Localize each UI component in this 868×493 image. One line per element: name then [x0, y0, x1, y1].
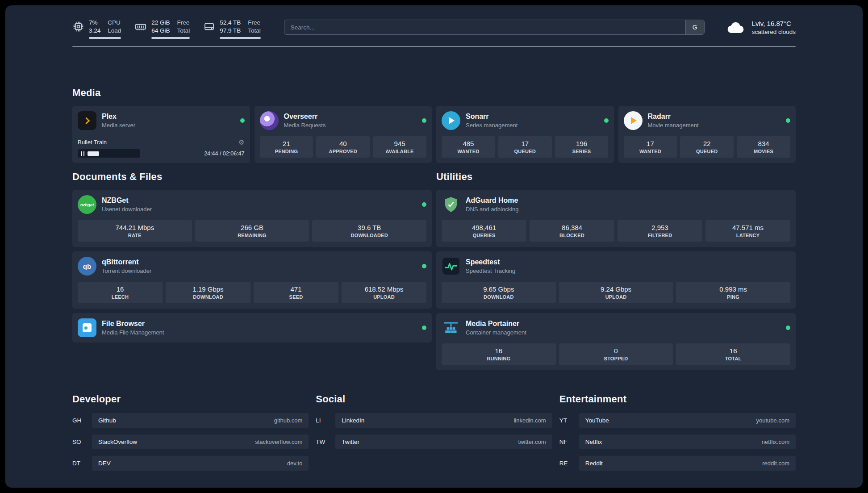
- memory-free-label: Free: [177, 19, 190, 27]
- topbar-divider: [72, 46, 796, 47]
- service-name: Plex: [102, 113, 135, 121]
- portainer-crane-icon: [442, 318, 460, 337]
- bookmark-github[interactable]: GH Githubgithub.com: [72, 413, 309, 428]
- disk-free-value: 52.4 TB: [220, 19, 241, 27]
- service-subtitle: Container management: [466, 329, 526, 336]
- bookmark-url: twitter.com: [518, 439, 546, 445]
- playback-time: 24:44 / 02:06:47: [204, 150, 244, 157]
- stat-tile: 40APPROVED: [316, 136, 370, 158]
- weather-condition: scattered clouds: [752, 29, 796, 35]
- pause-icon[interactable]: [81, 151, 84, 156]
- service-card-adguard[interactable]: AdGuard Home DNS and adblocking 498,461Q…: [436, 190, 796, 247]
- service-card-overseerr[interactable]: Overseerr Media Requests 21PENDING 40APP…: [255, 106, 432, 163]
- section-heading-entertainment: Entertainment: [559, 393, 796, 405]
- documents-column: Documents & Files nzbget NZBGet Usenet d…: [72, 171, 432, 343]
- cpu-load-value: 3.24: [89, 27, 100, 35]
- qbittorrent-icon: qb: [78, 257, 96, 276]
- service-subtitle: Speedtest Tracking: [466, 267, 515, 274]
- stat-tile: 498,461QUERIES: [442, 220, 526, 242]
- service-name: Speedtest: [466, 258, 515, 266]
- utilities-column: Utilities AdGuard Home DNS and adblockin…: [436, 171, 796, 370]
- bookmark-group-social: Social LI LinkedInlinkedin.com TW Twitte…: [316, 393, 552, 477]
- filebrowser-icon: [78, 318, 96, 337]
- stat-tile: 0STOPPED: [559, 343, 673, 365]
- stat-tile: 0.993 msPING: [676, 282, 790, 303]
- stat-tile: 744.21 MbpsRATE: [78, 220, 192, 242]
- stat-tile: 16LEECH: [78, 282, 163, 303]
- now-playing-title: Bullet Train: [78, 139, 107, 146]
- service-name: Radarr: [648, 113, 699, 121]
- disk-drive-icon: [203, 21, 215, 33]
- service-name: Sonarr: [466, 113, 517, 121]
- service-card-nzbget[interactable]: nzbget NZBGet Usenet downloader 744.21 M…: [72, 190, 432, 247]
- bookmark-stackoverflow[interactable]: SO StackOverflowstackoverflow.com: [72, 435, 309, 449]
- bookmark-abbr: GH: [72, 417, 92, 424]
- service-card-portainer[interactable]: Media Portainer Container management 16R…: [436, 313, 796, 370]
- service-card-filebrowser[interactable]: File Browser Media File Management: [72, 313, 432, 343]
- bookmark-linkedin[interactable]: LI LinkedInlinkedin.com: [316, 413, 552, 428]
- bookmark-url: stackoverflow.com: [255, 439, 302, 445]
- service-card-sonarr[interactable]: Sonarr Series management 485WANTED 17QUE…: [436, 106, 614, 163]
- stat-tile: 16RUNNING: [442, 343, 556, 365]
- stat-tile: 945AVAILABLE: [373, 136, 426, 158]
- playback-progress-bar[interactable]: [78, 149, 140, 158]
- stat-tile: 266 GBREMAINING: [195, 220, 309, 242]
- stat-tile: 21PENDING: [260, 136, 313, 158]
- radarr-icon: [624, 111, 643, 130]
- bookmark-abbr: RE: [559, 460, 579, 467]
- weather-location: Lviv, 16.87°C: [752, 20, 796, 27]
- search-bar: G: [284, 20, 705, 35]
- stat-tile: 196SERIES: [555, 136, 609, 158]
- service-name: Overseerr: [284, 113, 326, 121]
- status-dot: [786, 326, 790, 330]
- search-provider-button[interactable]: G: [685, 20, 704, 34]
- cpu-progress-bar: [89, 37, 121, 39]
- service-subtitle: DNS and adblocking: [466, 206, 519, 213]
- top-bar: 7% 3.24 CPU Load 22 GiB: [72, 5, 796, 39]
- stat-tile: 2,953FILTERED: [618, 220, 702, 242]
- bookmark-abbr: DT: [72, 460, 92, 467]
- memory-ram-icon: [134, 21, 147, 33]
- bookmark-abbr: LI: [316, 417, 335, 424]
- service-subtitle: Usenet downloader: [102, 206, 152, 213]
- service-card-plex[interactable]: Plex Media server Bullet Train ⚙ 24:44 /…: [72, 106, 250, 163]
- cpu-load-label: Load: [108, 27, 121, 35]
- cloud-icon: [725, 20, 746, 35]
- adguard-shield-icon: [442, 195, 460, 214]
- search-input[interactable]: [284, 20, 685, 34]
- memory-total-value: 64 GiB: [151, 27, 170, 35]
- bookmark-youtube[interactable]: YT YouTubeyoutube.com: [559, 413, 796, 428]
- bookmark-twitter[interactable]: TW Twittertwitter.com: [316, 435, 552, 449]
- bookmark-url: youtube.com: [756, 417, 789, 424]
- bookmark-abbr: TW: [316, 439, 335, 445]
- speedtest-chart-icon: [442, 257, 460, 276]
- service-name: NZBGet: [102, 196, 152, 205]
- stat-tile: 17QUEUED: [498, 136, 552, 158]
- bookmark-url: github.com: [274, 417, 303, 424]
- stat-tile: 16TOTAL: [676, 343, 790, 365]
- memory-progress-bar: [151, 37, 190, 39]
- plex-icon: [78, 111, 96, 130]
- service-card-speedtest[interactable]: Speedtest Speedtest Tracking 9.65 GbpsDO…: [436, 251, 796, 309]
- bookmark-netflix[interactable]: NF Netflixnetflix.com: [559, 435, 796, 449]
- cpu-usage-value: 7%: [89, 19, 100, 27]
- stat-tile: 9.24 GbpsUPLOAD: [559, 282, 673, 303]
- service-card-radarr[interactable]: Radarr Movie management 17WANTED 22QUEUE…: [618, 106, 796, 163]
- service-subtitle: Media server: [102, 122, 135, 129]
- bookmark-name: Github: [98, 417, 116, 424]
- disk-total-value: 97.9 TB: [220, 27, 241, 35]
- bookmark-dev[interactable]: DT DEVdev.to: [72, 456, 309, 471]
- bookmark-abbr: YT: [559, 417, 579, 424]
- stat-tile: 86,384BLOCKED: [530, 220, 614, 242]
- bookmark-reddit[interactable]: RE Redditreddit.com: [559, 456, 796, 471]
- gear-icon[interactable]: ⚙: [238, 139, 244, 146]
- bookmark-group-entertainment: Entertainment YT YouTubeyoutube.com NF N…: [559, 393, 796, 477]
- bookmark-url: reddit.com: [762, 460, 789, 467]
- section-heading-developer: Developer: [72, 393, 309, 405]
- stat-tile: 618.52 MbpsUPLOAD: [342, 282, 426, 303]
- bookmark-name: LinkedIn: [342, 417, 364, 424]
- service-card-qbittorrent[interactable]: qb qBittorrent Torrent downloader 16LEEC…: [72, 251, 432, 309]
- section-heading-utilities: Utilities: [436, 171, 796, 183]
- bookmark-name: Twitter: [342, 439, 359, 445]
- cpu-chip-icon: [72, 21, 84, 33]
